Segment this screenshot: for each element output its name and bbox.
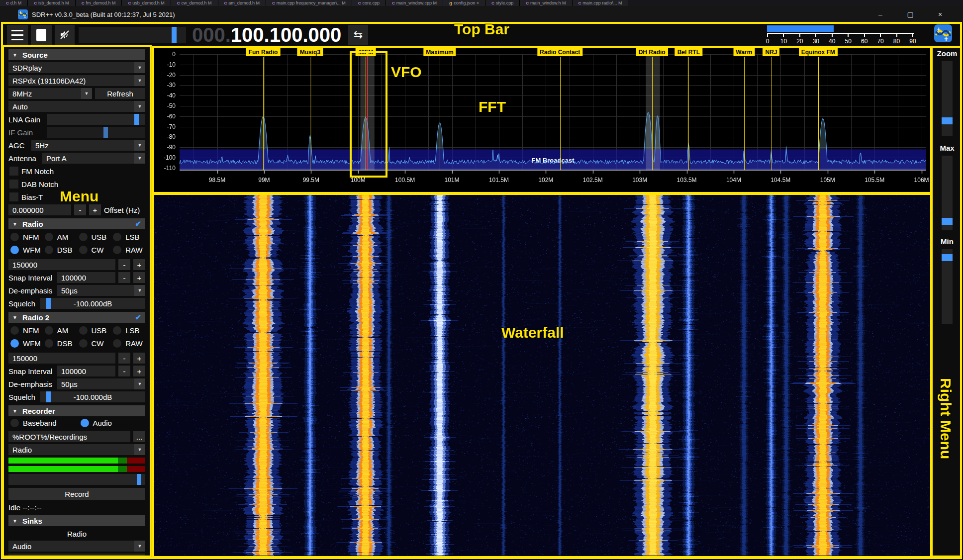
mode-dsb[interactable]: DSB — [43, 244, 77, 255]
refresh-button[interactable]: Refresh — [95, 88, 145, 99]
agc-rate-select[interactable]: 5Hz▼ — [31, 140, 145, 151]
deemphasis-select[interactable]: 50µs▼ — [57, 285, 145, 296]
bandwidth-input[interactable]: 150000 — [8, 353, 115, 364]
zoom-slider[interactable] — [942, 61, 953, 136]
station-label[interactable]: NRJ — [763, 48, 779, 56]
fft-panel[interactable]: Fun RadioMusiq348FMMaximumRadio ContactD… — [154, 47, 930, 191]
mode-raw[interactable]: RAW — [111, 338, 145, 349]
station-label[interactable]: 48FM — [355, 48, 376, 56]
mode-cw[interactable]: CW — [77, 338, 111, 349]
mode-nfm[interactable]: NFM — [8, 231, 43, 242]
mode-wfm[interactable]: WFM — [8, 338, 43, 349]
offset-input[interactable]: 0.000000 — [8, 204, 71, 215]
mode-usb[interactable]: USB — [77, 325, 111, 336]
sink-device-select[interactable]: Speakers (Realtek High Definition Audio)… — [8, 554, 145, 556]
editor-tab[interactable]: Cd.h M — [0, 0, 28, 6]
mode-am[interactable]: AM — [43, 231, 77, 242]
waterfall-panel[interactable] — [154, 194, 930, 556]
snap-interval-input[interactable]: 100000 — [57, 366, 115, 376]
snap-plus-button[interactable]: + — [133, 272, 145, 283]
if-gain-slider[interactable] — [47, 127, 145, 138]
editor-tab[interactable]: {}config.json × — [443, 0, 485, 6]
station-label[interactable]: Radio Contact — [537, 48, 582, 56]
squelch-slider[interactable]: -100.000dB — [40, 298, 145, 309]
bandwidth-plus-button[interactable]: + — [133, 353, 145, 364]
recorder-stream-select[interactable]: Radio▼ — [8, 444, 145, 455]
editor-tab[interactable]: Ccw_demod.h M — [171, 0, 218, 6]
module-enabled-check-icon[interactable]: ✔ — [135, 219, 141, 228]
frequency-display[interactable]: 000.100.100.000 — [192, 23, 341, 46]
waterfall-canvas[interactable] — [154, 194, 930, 556]
bandwidth-minus-button[interactable]: - — [118, 353, 130, 364]
station-label[interactable]: Equinox FM — [799, 48, 838, 56]
station-label[interactable]: Musiq3 — [297, 48, 323, 56]
antenna-select[interactable]: Port A▼ — [42, 153, 145, 164]
station-label[interactable]: Fun Radio — [246, 48, 281, 56]
snap-interval-input[interactable]: 100000 — [57, 272, 115, 283]
editor-tab[interactable]: Cmain.cpp radio\... M — [573, 0, 629, 6]
mode-usb[interactable]: USB — [77, 231, 111, 242]
minimize-button[interactable]: – — [869, 6, 891, 23]
editor-tab[interactable]: Cstyle.cpp — [485, 0, 520, 6]
snap-plus-button[interactable]: + — [133, 366, 145, 376]
source-device-select[interactable]: RSPdx (191106DA42)▼ — [8, 75, 145, 86]
mode-cw[interactable]: CW — [77, 244, 111, 255]
module-enabled-check-icon[interactable]: ✔ — [135, 313, 141, 322]
close-button[interactable]: × — [929, 6, 951, 23]
tuning-mode-button[interactable]: ⇆ — [348, 25, 368, 45]
sink-type-select[interactable]: Audio▼ — [8, 541, 145, 552]
bandwidth-minus-button[interactable]: - — [118, 259, 130, 270]
bandwidth-input[interactable]: 150000 — [8, 259, 115, 270]
mode-lsb[interactable]: LSB — [111, 231, 145, 242]
recorder-baseband-radio[interactable]: Baseband — [8, 417, 76, 428]
station-label[interactable]: Bel RTL — [675, 48, 702, 56]
source-header[interactable]: ▼ Source — [8, 49, 145, 60]
browse-button[interactable]: ... — [133, 431, 145, 442]
mode-wfm[interactable]: WFM — [8, 244, 43, 255]
mode-lsb[interactable]: LSB — [111, 325, 145, 336]
station-label[interactable]: Maximum — [423, 48, 456, 56]
fm-notch-checkbox[interactable] — [9, 167, 18, 176]
snap-minus-button[interactable]: - — [118, 366, 130, 376]
recorder-volume-handle[interactable] — [137, 474, 141, 485]
source-driver-select[interactable]: SDRplay▼ — [8, 62, 145, 73]
volume-slider-handle[interactable] — [172, 27, 177, 43]
if-gain-handle[interactable] — [103, 127, 108, 138]
editor-tab[interactable]: Cusb_demod.h M — [122, 0, 171, 6]
maximize-button[interactable]: ▢ — [899, 6, 921, 23]
bandwidth-plus-button[interactable]: + — [133, 259, 145, 270]
agc-mode-select[interactable]: Auto▼ — [8, 101, 145, 112]
vfo-region[interactable] — [646, 54, 660, 170]
editor-tab[interactable]: Ccore.cpp — [352, 0, 386, 6]
recorder-audio-radio[interactable]: Audio — [79, 417, 146, 428]
max-slider-handle[interactable] — [942, 218, 953, 225]
dab-notch-checkbox[interactable] — [9, 180, 18, 188]
mode-nfm[interactable]: NFM — [8, 325, 43, 336]
recorder-header[interactable]: ▼ Recorder — [8, 405, 145, 416]
min-slider[interactable] — [942, 249, 953, 324]
samplerate-select[interactable]: 8MHz▼ — [8, 88, 92, 99]
fft-canvas[interactable] — [154, 47, 930, 191]
editor-tab[interactable]: Cmain_window.h M — [520, 0, 572, 6]
mute-button[interactable] — [55, 25, 75, 45]
bias-t-checkbox[interactable] — [9, 192, 18, 201]
editor-tab[interactable]: Cmain.cpp frequency_manager\... M — [266, 0, 352, 6]
offset-plus-button[interactable]: + — [89, 204, 101, 215]
editor-tab[interactable]: Cfm_demod.h M — [76, 0, 122, 6]
recordings-path-input[interactable]: %ROOT%/Recordings — [8, 431, 130, 442]
mode-am[interactable]: AM — [43, 325, 77, 336]
vfo-region-selected[interactable] — [360, 54, 374, 170]
radio-header[interactable]: ▼ Radio ✔ — [8, 218, 145, 229]
sinks-header[interactable]: ▼ Sinks — [8, 515, 145, 526]
station-label[interactable]: Warm — [733, 48, 755, 56]
lna-gain-slider[interactable] — [47, 114, 145, 125]
record-button[interactable]: Record — [8, 488, 145, 500]
zoom-slider-handle[interactable] — [942, 117, 953, 124]
stop-button[interactable] — [31, 25, 52, 45]
station-label[interactable]: DH Radio — [636, 48, 668, 56]
editor-tab[interactable]: Cisb_demod.h M — [28, 0, 75, 6]
mode-dsb[interactable]: DSB — [43, 338, 77, 349]
lna-gain-handle[interactable] — [134, 114, 139, 125]
max-slider[interactable] — [942, 156, 953, 230]
recorder-volume-slider[interactable] — [8, 474, 145, 485]
